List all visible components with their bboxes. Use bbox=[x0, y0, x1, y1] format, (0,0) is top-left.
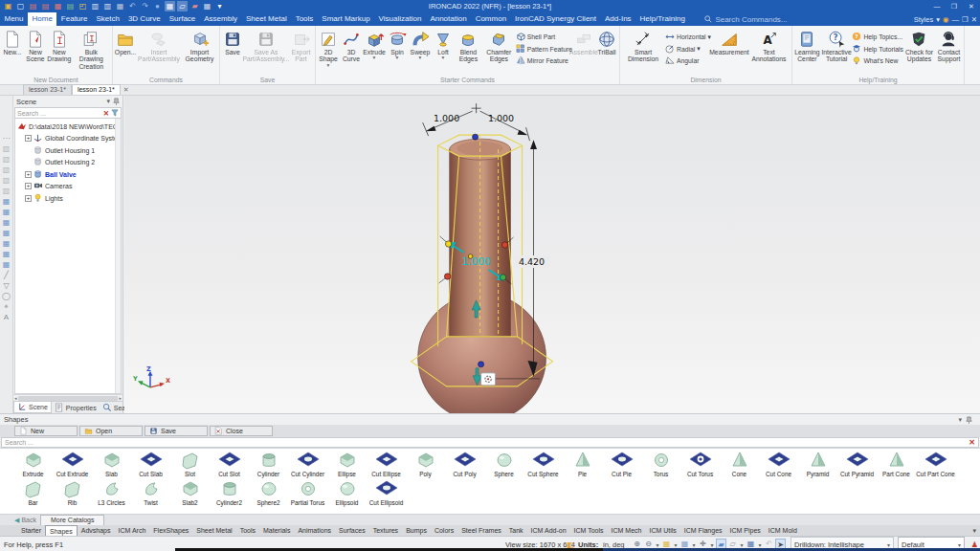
menu-tab-assembly[interactable]: Assembly bbox=[200, 12, 242, 26]
dock-point-icon[interactable]: ⌖ bbox=[1, 302, 12, 312]
catalog-tab-icm-add-on[interactable]: ICM Add-on bbox=[527, 525, 570, 536]
catalog-tab-starter[interactable]: Starter bbox=[17, 525, 45, 536]
doc-restore-icon[interactable]: ❐ bbox=[962, 15, 969, 24]
catalog-item-slot[interactable]: Slot bbox=[170, 449, 210, 477]
redo-icon[interactable]: ↷ bbox=[140, 1, 150, 11]
chevron-down-icon[interactable]: ▾ bbox=[655, 541, 660, 548]
ribbon-button-3d-curve[interactable]: 3D Curve bbox=[340, 28, 363, 64]
bulk-drawing-icon[interactable]: ▦ bbox=[53, 1, 63, 11]
dock-cube-icon[interactable]: ▦ bbox=[1, 218, 12, 228]
catalog-item-cut-poly[interactable]: Cut Poly bbox=[445, 449, 484, 477]
menu-tab-add-ins[interactable]: Add-Ins bbox=[601, 12, 636, 26]
catalog-item-sphere[interactable]: Sphere bbox=[484, 449, 523, 477]
catalog-item-rib[interactable]: Rib bbox=[53, 477, 92, 506]
catalog-tab-flexshapes[interactable]: FlexShapes bbox=[149, 525, 192, 536]
screen-icon[interactable]: ▰ bbox=[189, 1, 200, 11]
catalog-item-cut-torus[interactable]: Cut Torus bbox=[680, 449, 720, 477]
panel-tab-scene[interactable]: Scene bbox=[13, 402, 52, 413]
catalog-item-partial-torus[interactable]: Partial Torus bbox=[288, 477, 327, 506]
tree-item-outlet-housing-2[interactable]: Outlet Housing 2 bbox=[15, 157, 121, 169]
catalog-tab-icm-utils[interactable]: ICM Utils bbox=[645, 525, 679, 536]
menu-tab-ironcad-synergy-client[interactable]: IronCAD Synergy Client bbox=[511, 12, 601, 26]
catalog-item-cone[interactable]: Cone bbox=[720, 449, 759, 477]
chevron-down-icon[interactable]: ▾ bbox=[757, 541, 763, 548]
back-button[interactable]: ◀Back bbox=[14, 517, 36, 524]
help-icon[interactable]: ◉ bbox=[943, 15, 949, 24]
ribbon-button-new[interactable]: New... bbox=[1, 28, 24, 56]
menu-tab-surface[interactable]: Surface bbox=[165, 12, 200, 26]
dock-cube-icon[interactable]: ▦ bbox=[1, 197, 12, 207]
dock-box-icon[interactable]: ▧ bbox=[1, 155, 12, 165]
catalog-new-button[interactable]: New bbox=[14, 426, 78, 436]
chevron-down-icon[interactable]: ▾ bbox=[697, 45, 700, 53]
open-icon[interactable]: ◰ bbox=[78, 1, 88, 11]
ribbon-button-horizontal[interactable]: Horizontal▾ bbox=[665, 32, 711, 42]
ribbon-button-learning-center[interactable]: Learning Center bbox=[793, 28, 821, 64]
ribbon-button-smart-dimension[interactable]: Smart Dimension bbox=[621, 28, 665, 64]
ribbon-button-2d-shape[interactable]: 2D Shape▾ bbox=[317, 28, 340, 68]
catalog-tab-icm-mech[interactable]: ICM Mech bbox=[608, 525, 646, 536]
menu-tab-annotation[interactable]: Annotation bbox=[426, 12, 471, 26]
ribbon-button-new-drawing[interactable]: New Drawing bbox=[47, 28, 72, 64]
dock-box-icon[interactable]: ▧ bbox=[1, 165, 12, 175]
render-icon[interactable]: ● bbox=[152, 1, 163, 11]
chevron-down-icon[interactable]: ▾ bbox=[739, 541, 745, 548]
menu-tab-smart-markup[interactable]: Smart Markup bbox=[318, 12, 374, 26]
catalog-item-cut-ellipsoid[interactable]: Cut Ellipsoid bbox=[367, 477, 406, 506]
styles-caret-icon[interactable]: ▾ bbox=[936, 15, 940, 24]
chevron-down-icon[interactable]: ▾ bbox=[709, 541, 715, 548]
catalog-item-cut-slot[interactable]: Cut Slot bbox=[210, 449, 249, 477]
catalog-item-cylinder[interactable]: Cylinder bbox=[249, 449, 288, 477]
menu-tab-visualization[interactable]: Visualization bbox=[374, 12, 426, 26]
panel-icon[interactable]: ▱ bbox=[177, 1, 188, 11]
catalog-item-pyramid[interactable]: Pyramid bbox=[798, 449, 837, 477]
ribbon-button-bulk-drawing-creation[interactable]: Bulk Drawing Creation bbox=[72, 28, 111, 71]
ribbon-button-interactive-tutorial[interactable]: ?Interactive Tutorial bbox=[821, 28, 853, 64]
document-tab[interactable]: lesson 23-1* bbox=[72, 84, 121, 95]
dock-text-icon[interactable]: A bbox=[1, 313, 12, 322]
catalog-tab-icm-mold[interactable]: ICM Mold bbox=[765, 525, 801, 536]
dock-box-icon[interactable]: ▧ bbox=[1, 144, 12, 154]
catalog-tab-tools[interactable]: Tools bbox=[236, 525, 259, 536]
doc-close-icon[interactable]: ✕ bbox=[971, 15, 977, 24]
catalog-tab-advshaps[interactable]: Advshaps bbox=[78, 525, 115, 536]
ribbon-button-sweep[interactable]: Sweep▾ bbox=[409, 28, 432, 60]
catalog-tab-textures[interactable]: Textures bbox=[369, 525, 402, 536]
menu-tab-sketch[interactable]: Sketch bbox=[92, 12, 123, 26]
ribbon-button-what-s-new[interactable]: What's New bbox=[852, 55, 903, 66]
catalog-tab-materials[interactable]: Materials bbox=[259, 525, 294, 536]
dock-angle-icon[interactable]: ▽ bbox=[1, 281, 12, 291]
ribbon-button-radial[interactable]: Radial▾ bbox=[665, 44, 711, 55]
dock-box-icon[interactable]: ▧ bbox=[1, 176, 12, 186]
chevron-down-icon[interactable]: ▾ bbox=[327, 63, 330, 67]
catalog-save-button[interactable]: Save bbox=[145, 426, 208, 436]
ribbon-button-measurement[interactable]: Measurement bbox=[711, 28, 747, 56]
catalog-item-cut-ellipse[interactable]: Cut Ellipse bbox=[367, 449, 406, 477]
catalog-item-slab2[interactable]: Slab2 bbox=[170, 477, 210, 506]
dock-line-icon[interactable]: ╱ bbox=[1, 271, 12, 280]
dim-top-left[interactable]: 1.000 bbox=[434, 113, 459, 123]
scrollbar-thumb[interactable] bbox=[18, 396, 119, 401]
tab-overflow-icon[interactable]: ▾ bbox=[972, 525, 976, 536]
tree-item-cameras[interactable]: +Cameras bbox=[15, 181, 121, 193]
chevron-down-icon[interactable]: ▾ bbox=[673, 541, 679, 548]
catalog-item-poly[interactable]: Poly bbox=[406, 449, 445, 477]
catalog-item-cut-pie[interactable]: Cut Pie bbox=[602, 449, 641, 477]
catalog-item-cut-pyramid[interactable]: Cut Pyramid bbox=[837, 449, 877, 477]
dock-box-icon[interactable]: ▧ bbox=[1, 187, 12, 196]
catalog-item-ellipse[interactable]: Ellipse bbox=[327, 449, 367, 477]
dock-cube-icon[interactable]: ▦ bbox=[1, 229, 12, 238]
tree-item-outlet-housing-1[interactable]: Outlet Housing 1 bbox=[15, 144, 121, 157]
catalog-tab-surfaces[interactable]: Surfaces bbox=[335, 525, 369, 536]
tree-horizontal-scrollbar[interactable]: ◂ ▸ bbox=[13, 394, 122, 401]
menu-tab-feature[interactable]: Feature bbox=[56, 12, 92, 26]
catalog-tab-colors[interactable]: Colors bbox=[431, 525, 457, 536]
catalog-item-torus[interactable]: Torus bbox=[641, 449, 680, 477]
ribbon-button-triball[interactable]: TriBall bbox=[595, 28, 618, 56]
catalog-item-l3-circles[interactable]: L3 Circles bbox=[92, 477, 131, 506]
panel-tab-properties[interactable]: Properties bbox=[52, 402, 100, 413]
ribbon-button-check-for-updates[interactable]: Check for Updates bbox=[903, 28, 935, 64]
menu-tab-tools[interactable]: Tools bbox=[291, 12, 318, 26]
catalog-item-cylinder2[interactable]: Cylinder2 bbox=[210, 477, 249, 506]
ribbon-button-blend-edges[interactable]: Blend Edges bbox=[455, 28, 482, 64]
